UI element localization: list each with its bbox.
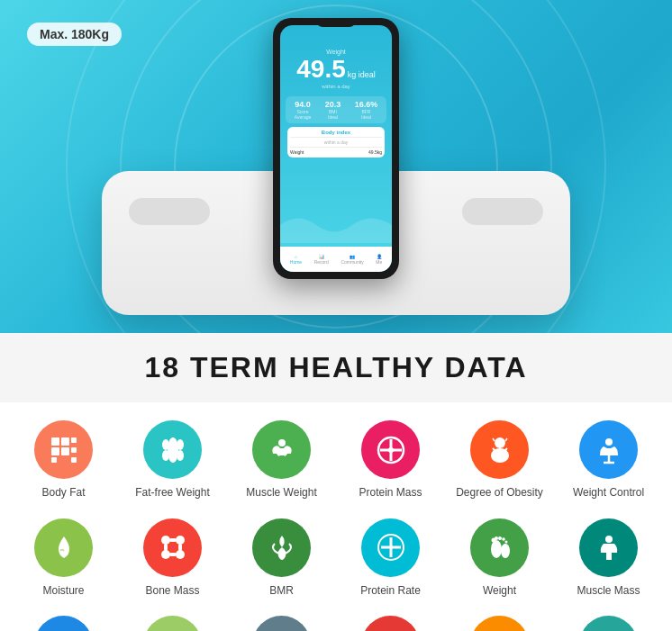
- icon-item-bmr: BMR: [237, 518, 327, 599]
- weight-label: Weight: [483, 584, 516, 599]
- icon-item-muscle-mass: Muscle Mass: [564, 518, 654, 599]
- bone-mass-label: Bone Mass: [145, 584, 199, 599]
- hero-section: Weight 49.5 kg ideal within a day 94.0 S…: [0, 0, 672, 333]
- phone-nav: ⌂Home 📊Record 👥Community 👤Me: [280, 247, 392, 272]
- degree-of-obesity-icon: [470, 420, 529, 479]
- scale-pad-left: [129, 198, 210, 225]
- phone-weight-row-value: 49.5kg: [368, 149, 382, 155]
- fat-free-weight-icon: [143, 420, 202, 479]
- icon-item-moisture: Moisture: [19, 518, 109, 599]
- phone-weight-label: Weight: [286, 49, 386, 55]
- body-age-icon: [34, 616, 93, 631]
- icon-item-bfr: BFR: [455, 616, 545, 631]
- phone-nav-me: 👤Me: [376, 254, 382, 265]
- svg-rect-28: [169, 553, 177, 556]
- svg-point-41: [605, 536, 613, 543]
- svg-rect-0: [51, 437, 59, 446]
- protein-mass-icon: [361, 420, 420, 479]
- phone: Weight 49.5 kg ideal within a day 94.0 S…: [273, 18, 399, 279]
- protein-rate-label: Protein Rate: [360, 584, 421, 599]
- phone-weight-value: 49.5: [296, 55, 346, 84]
- svg-point-12: [177, 450, 184, 461]
- visceral-fat-icon: [143, 616, 202, 631]
- bmr-icon: [252, 518, 311, 577]
- svg-point-8: [168, 437, 178, 463]
- muscle-mass-icon: [579, 518, 638, 577]
- icon-item-body-fat: Body Fat: [19, 420, 109, 500]
- svg-point-37: [495, 536, 498, 540]
- icon-item-body-age: Body age: [19, 616, 109, 631]
- muscle-weight-label: Muscle Weight: [246, 486, 316, 500]
- svg-rect-29: [164, 544, 168, 551]
- muscle-mass-label: Muscle Mass: [577, 584, 640, 599]
- svg-rect-2: [51, 447, 59, 455]
- icon-item-fat-free-weight: Fat-free Weight: [128, 420, 218, 500]
- bfr-icon: [470, 616, 529, 631]
- icon-item-visceral-fat: Visceral Fat: [128, 616, 218, 631]
- fat-free-weight-label: Fat-free Weight: [135, 486, 209, 500]
- max-weight-badge: Max. 180Kg: [27, 23, 122, 46]
- phone-bottom-card: Body index within a day Weight 49.5kg: [287, 127, 385, 158]
- svg-point-11: [162, 450, 169, 461]
- phone-nav-home: ⌂Home: [290, 254, 302, 265]
- svg-point-38: [498, 536, 502, 540]
- svg-point-25: [161, 550, 170, 559]
- phone-stat-bfr: 16.6% BFRIdeal: [355, 100, 378, 120]
- protein-rate-icon: [361, 518, 420, 577]
- svg-point-13: [278, 439, 286, 446]
- svg-point-10: [177, 439, 184, 450]
- phone-content: Weight 49.5 kg ideal within a day 94.0 S…: [280, 25, 392, 158]
- icons-row-2: Moisture Bone Mass: [9, 518, 663, 599]
- moisture-icon: [34, 518, 93, 577]
- bone-mass-icon: [143, 518, 202, 577]
- moisture-label: Moisture: [42, 584, 84, 599]
- svg-rect-1: [61, 437, 69, 446]
- icon-item-muscle-weight: Muscle Weight: [237, 420, 327, 500]
- icon-item-standard-weight: Standard Weight: [237, 616, 327, 631]
- phone-stat-bmi: 20.3 BMIIdeal: [325, 100, 341, 120]
- phone-weight-unit: kg ideal: [348, 70, 376, 79]
- svg-point-20: [605, 438, 613, 446]
- phone-screen: Weight 49.5 kg ideal within a day 94.0 S…: [280, 25, 392, 272]
- svg-rect-6: [51, 457, 57, 463]
- weight-icon: [470, 518, 529, 577]
- phone-stat-score: 94.0 ScoreAverage: [295, 100, 312, 120]
- svg-point-35: [501, 544, 510, 558]
- icon-item-bim: BIM BIM: [346, 616, 436, 631]
- phone-weight-row: Weight 49.5kg: [290, 149, 382, 155]
- phone-weight-row-label: Weight: [290, 149, 304, 155]
- phone-notch: [316, 18, 357, 27]
- degree-of-obesity-label: Degree of Obesity: [456, 486, 543, 500]
- svg-point-23: [161, 536, 170, 545]
- icon-item-weight: Weight: [455, 518, 545, 599]
- phone-nav-community: 👥Community: [341, 254, 363, 265]
- svg-rect-30: [178, 544, 182, 551]
- bmr-label: BMR: [269, 584, 294, 599]
- svg-point-18: [495, 437, 505, 448]
- icon-item-degree-of-obesity: Degree of Obesity: [455, 420, 545, 500]
- body-fat-label: Body Fat: [41, 486, 85, 500]
- phone-weight-sub: within a day: [286, 84, 386, 89]
- icon-item-score: SC Score: [564, 616, 654, 631]
- phone-stats: 94.0 ScoreAverage 20.3 BMIIdeal 16.6% BF…: [286, 96, 386, 123]
- phone-nav-record: 📊Record: [314, 254, 329, 265]
- svg-rect-5: [71, 447, 77, 453]
- icon-item-protein-rate: Protein Rate: [346, 518, 436, 599]
- svg-point-34: [491, 540, 502, 558]
- svg-point-17: [388, 447, 394, 453]
- phone-body-index: Body index: [290, 130, 382, 138]
- protein-mass-label: Protein Mass: [359, 486, 422, 500]
- scale-pad-right: [462, 198, 543, 225]
- svg-point-39: [502, 537, 505, 541]
- main-title: 18 TERM HEALTHY DATA: [0, 351, 672, 384]
- icons-row-3: Body age Visceral Fat: [9, 616, 663, 631]
- icons-row-1: Body Fat Fat-free Weight: [9, 420, 663, 500]
- icon-item-weight-control: Weight Control: [564, 420, 654, 500]
- svg-rect-3: [61, 447, 69, 455]
- body-fat-icon: [34, 420, 93, 479]
- muscle-weight-icon: [252, 420, 311, 479]
- title-section: 18 TERM HEALTHY DATA: [0, 333, 672, 402]
- weight-control-label: Weight Control: [573, 486, 644, 500]
- icon-item-bone-mass: Bone Mass: [128, 518, 218, 599]
- phone-body-index-sub: within a day: [290, 140, 382, 148]
